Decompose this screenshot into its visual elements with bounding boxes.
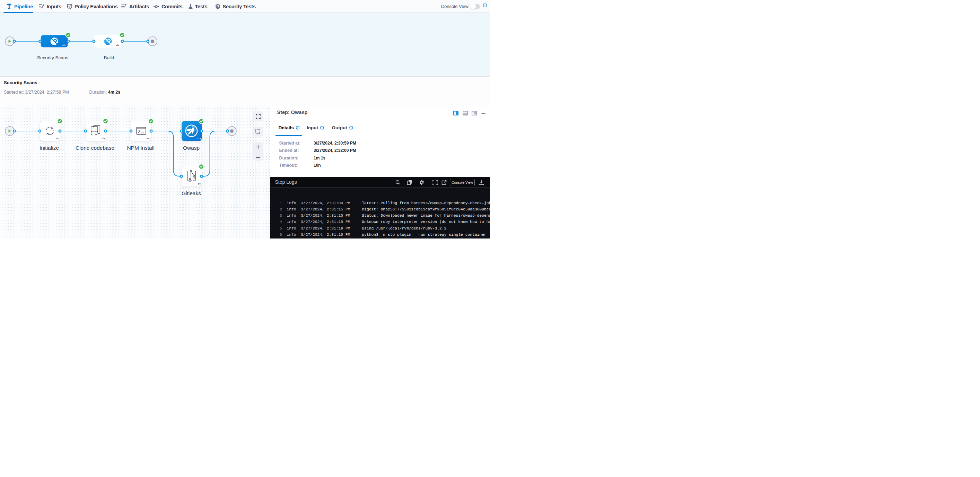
svg-text:</>: </>: [102, 137, 105, 140]
svg-text:</>: </>: [147, 137, 150, 140]
svg-text:</>: </>: [197, 183, 201, 185]
svg-text:</>: </>: [116, 44, 119, 46]
svg-text:</>: </>: [56, 137, 59, 140]
svg-text:</>: </>: [62, 44, 66, 46]
svg-text:</>: </>: [197, 137, 201, 140]
